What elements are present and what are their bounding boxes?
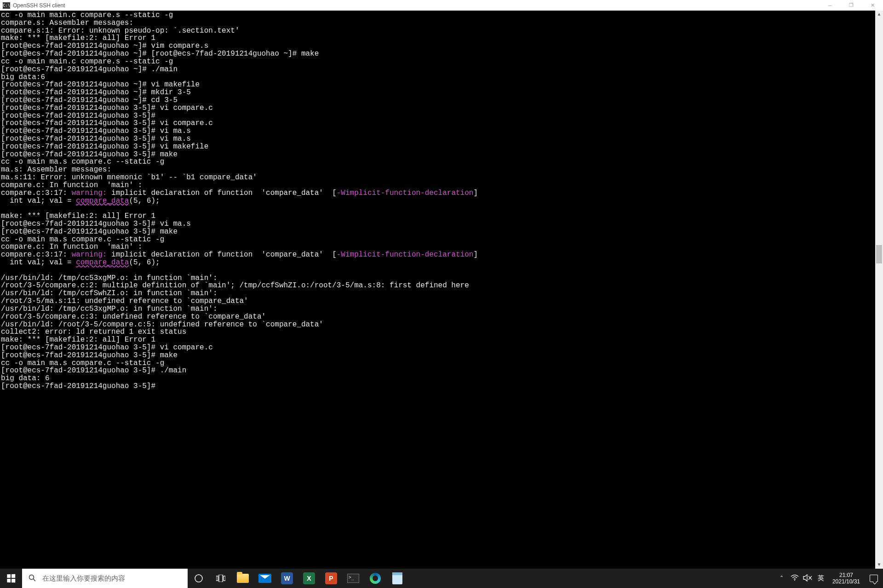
system-tray: ˄ 英 21:07 2021/10/31 <box>775 569 883 588</box>
term-line: [root@ecs-7fad-20191214guohao 3-5]# vi m… <box>1 127 191 135</box>
excel-button[interactable]: X <box>298 569 320 588</box>
excel-icon: X <box>303 572 315 584</box>
term-line: [root@ecs-7fad-20191214guohao 3-5]# make <box>1 351 178 360</box>
mail-button[interactable] <box>254 569 276 588</box>
window-titlebar: C:\ OpenSSH SSH client ─ ❐ ✕ <box>0 0 883 11</box>
scroll-down-arrow-icon[interactable]: ▼ <box>875 561 883 569</box>
term-line: make: *** [makefile:2: all] Error 1 <box>1 212 155 220</box>
taskbar-search[interactable]: 在这里输入你要搜索的内容 <box>22 569 188 588</box>
task-view-button[interactable] <box>210 569 232 588</box>
term-line: compare.c: In function 'main' : <box>1 181 142 189</box>
scroll-thumb[interactable] <box>876 245 882 263</box>
term-line: compare.c:3:17: warning: implicit declar… <box>1 251 478 259</box>
term-line: cc -o main main.c compare.s --static -g <box>1 11 173 19</box>
term-line: ma.s: Assembler messages: <box>1 166 111 174</box>
file-explorer-button[interactable] <box>232 569 254 588</box>
term-line: [root@ecs-7fad-20191214guohao 3-5]# make <box>1 150 178 159</box>
cortana-button[interactable] <box>188 569 210 588</box>
term-line: [root@ecs-7fad-20191214guohao 3-5]# vi m… <box>1 135 191 143</box>
term-line: [root@ecs-7fad-20191214guohao ~]# mkdir … <box>1 88 191 97</box>
clock-date: 2021/10/31 <box>832 578 860 585</box>
term-line: [root@ecs-7fad-20191214guohao 3-5]# vi c… <box>1 104 213 112</box>
term-line: [root@ecs-7fad-20191214guohao 3-5]# vi c… <box>1 343 213 352</box>
notepad-icon <box>392 572 402 584</box>
taskbar: 在这里输入你要搜索的内容 W X P >_ ˄ 英 21:07 <box>0 569 883 588</box>
term-line: cc -o main ma.s compare.c --static -g <box>1 359 164 367</box>
term-line: [root@ecs-7fad-20191214guohao ~]# cd 3-5 <box>1 96 178 104</box>
svg-rect-4 <box>219 575 223 582</box>
term-line: cc -o main main.c compare.s --static -g <box>1 57 173 66</box>
window-title: OpenSSH SSH client <box>13 2 65 9</box>
term-line: [root@ecs-7fad-20191214guohao ~]# [root@… <box>1 50 319 58</box>
word-button[interactable]: W <box>276 569 298 588</box>
term-line: compare.c:3:17: warning: implicit declar… <box>1 189 478 197</box>
terminal-area: cc -o main main.c compare.s --static -g … <box>0 11 883 569</box>
term-line: [root@ecs-7fad-20191214guohao ~]# vi mak… <box>1 80 200 89</box>
tray-chevron-up-icon[interactable]: ˄ <box>775 575 788 582</box>
term-line: compare.s: Assembler messages: <box>1 19 133 27</box>
term-line: collect2: error: ld returned 1 exit stat… <box>1 328 186 336</box>
clock-time: 21:07 <box>832 572 860 578</box>
term-line: ma.s:11: Error: unknown mnemonic `b1' --… <box>1 173 257 182</box>
clock[interactable]: 21:07 2021/10/31 <box>828 572 865 585</box>
maximize-button[interactable]: ❐ <box>841 0 862 11</box>
term-line: /root/3-5/ma.s:11: undefined reference t… <box>1 297 248 305</box>
term-line: [root@ecs-7fad-20191214guohao 3-5]# <box>1 112 155 120</box>
notepad-button[interactable] <box>386 569 408 588</box>
mail-icon <box>258 574 271 583</box>
close-button[interactable]: ✕ <box>862 0 883 11</box>
notifications-button[interactable] <box>865 575 883 582</box>
folder-icon <box>237 574 249 583</box>
term-line: [root@ecs-7fad-20191214guohao ~]# ./main <box>1 65 178 74</box>
ime-indicator[interactable]: 英 <box>814 574 828 582</box>
notification-icon <box>870 575 878 582</box>
term-line: big data:6 <box>1 73 45 81</box>
vertical-scrollbar[interactable]: ▲ ▼ <box>875 11 883 569</box>
powerpoint-button[interactable]: P <box>320 569 342 588</box>
term-line: /usr/bin/ld: /tmp/ccfSwhZI.o: in functio… <box>1 289 217 297</box>
term-line: [root@ecs-7fad-20191214guohao 3-5]# vi c… <box>1 119 213 127</box>
app-icon: C:\ <box>3 2 10 9</box>
edge-button[interactable] <box>364 569 386 588</box>
term-line: [root@ecs-7fad-20191214guohao 3-5]# vi m… <box>1 143 208 151</box>
wifi-icon[interactable] <box>788 575 801 582</box>
term-line: [root@ecs-7fad-20191214guohao 3-5]# vi m… <box>1 220 191 228</box>
term-line: compare.c: In function 'main' : <box>1 243 142 251</box>
term-line: big data: 6 <box>1 374 50 382</box>
term-line: /usr/bin/ld: /tmp/cc53xgMP.o: in functio… <box>1 305 217 313</box>
svg-line-1 <box>34 579 36 581</box>
svg-point-2 <box>195 575 202 582</box>
powerpoint-icon: P <box>325 572 337 584</box>
search-icon <box>29 574 36 583</box>
term-line: /usr/bin/ld: /tmp/cc53xgMP.o: in functio… <box>1 274 217 282</box>
edge-icon <box>370 573 381 584</box>
term-line: [root@ecs-7fad-20191214guohao ~]# vim co… <box>1 42 208 50</box>
windows-logo-icon <box>7 574 15 583</box>
term-line: /root/3-5/compare.c:2: multiple definiti… <box>1 281 469 290</box>
term-line: /usr/bin/ld: /root/3-5/compare.c:5: unde… <box>1 320 323 329</box>
svg-point-6 <box>794 580 795 581</box>
term-line: /root/3-5/compare.c:3: undefined referen… <box>1 313 266 321</box>
minimize-button[interactable]: ─ <box>820 0 841 11</box>
word-icon: W <box>281 572 293 584</box>
search-placeholder: 在这里输入你要搜索的内容 <box>42 574 125 583</box>
term-line: make: *** [makefile:2: all] Error 1 <box>1 336 155 344</box>
term-line: int val; val = compare_data(5, 6); <box>1 197 160 205</box>
command-prompt-button[interactable]: >_ <box>342 569 364 588</box>
scroll-up-arrow-icon[interactable]: ▲ <box>875 11 883 18</box>
terminal-output[interactable]: cc -o main main.c compare.s --static -g … <box>0 11 875 569</box>
terminal-icon: >_ <box>347 574 359 583</box>
term-line: int val; val = compare_data(5, 6); <box>1 258 160 267</box>
term-line: [root@ecs-7fad-20191214guohao 3-5]# make <box>1 228 178 236</box>
term-line: [root@ecs-7fad-20191214guohao 3-5]# ./ma… <box>1 366 186 375</box>
term-line: [root@ecs-7fad-20191214guohao 3-5]# <box>1 382 155 390</box>
svg-rect-3 <box>216 576 218 581</box>
svg-point-0 <box>29 575 34 579</box>
svg-rect-5 <box>224 576 225 581</box>
term-line: make: *** [makefile:2: all] Error 1 <box>1 34 155 42</box>
term-line: cc -o main ma.s compare.c --static -g <box>1 158 164 166</box>
start-button[interactable] <box>0 569 22 588</box>
volume-muted-icon[interactable] <box>801 574 814 583</box>
term-line: compare.s:1: Error: unknown pseudo-op: `… <box>1 27 239 35</box>
term-line: cc -o main ma.s compare.c --static -g <box>1 235 164 244</box>
